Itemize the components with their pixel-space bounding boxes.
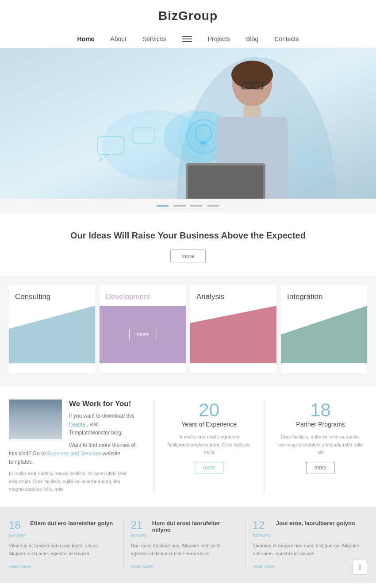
hero-dot-4[interactable] [207,205,219,207]
nav-projects[interactable]: Projects [208,35,230,42]
service-analysis-shape [190,306,276,363]
work-image [9,400,62,439]
service-analysis: Analysis [190,284,276,373]
hero-dot-2[interactable] [173,205,186,207]
service-integration-title: Integration [281,284,367,306]
blog-post-1-text: Vivamus at magna non nunc tristio oncus.… [9,542,116,557]
stat-partners-text: Cras facilisis, nulla vel viverra auctor… [278,433,363,457]
tagline-more-button[interactable]: more [170,250,206,262]
blog-post-2-read-more[interactable]: read more [131,564,153,569]
service-development: Development more [100,284,186,373]
hero-dot-3[interactable] [190,205,203,207]
service-development-more-button[interactable]: more [129,329,156,340]
blog-post-1: 18 january Etiam dui ero laoretsiter gol… [9,520,124,570]
blog-post-2-month: january [131,532,147,538]
work-text-small: In mollis erat mattisy neque facilisis. … [9,470,135,493]
blog-post-1-month: january [9,532,25,538]
blog-post-3-date: 12 february [253,520,270,538]
stat-experience-text: in mollis erat matt nequemer facilametes… [167,433,251,457]
blog-post-2-title: Hom dui erosi laorufeiter milyno [152,520,238,533]
blog-post-3-read-more[interactable]: read more [253,564,275,569]
blog-post-3-date-row: 12 february Joui eros, laorulberer golyn… [253,520,360,538]
hamburger-menu[interactable] [182,36,192,42]
blog-post-2-day-num: 21 [131,520,147,530]
stat-divider-1 [153,400,153,493]
svg-rect-26 [188,165,263,199]
service-integration: Integration [281,284,367,373]
stat-experience-label: Years of Experience [167,421,251,428]
blog-section: 18 january Etiam dui ero laoretsiter gol… [0,507,376,583]
blog-post-1-date-row: 18 january Etiam dui ero laoretsiter gol… [9,520,116,538]
blog-post-2-text: Non nunc tristique ous. Aliquam nibh ant… [131,542,238,557]
stat-partners-number: 18 [278,400,363,421]
services-section: Consulting Development more Analysis Int… [0,276,376,386]
navigation: Home About Services Projects Blog Contac… [0,30,376,48]
work-freebie-link[interactable]: freebie [69,421,85,427]
consulting-shape-fill [9,306,95,363]
nav-services[interactable]: Services [142,35,166,42]
svg-point-15 [292,137,336,181]
service-consulting-shape [9,306,95,363]
stat-divider-2 [265,400,265,493]
blog-post-1-day-num: 18 [9,520,25,530]
nav-contacts[interactable]: Contacts [274,35,299,42]
service-integration-shape [281,306,367,363]
blog-post-1-read-more[interactable]: read more [9,564,31,569]
blog-post-2: 21 january Hom dui erosi laorufeiter mil… [124,520,246,570]
nav-about[interactable]: About [110,35,127,42]
blog-post-3-day-num: 12 [253,520,270,530]
footer: f t g+ BizGroup © 2014 | Privacy Policy … [0,583,376,588]
blog-post-2-date-row: 21 january Hom dui erosi laorufeiter mil… [131,520,238,538]
hero-dots [0,199,376,213]
tagline-section: Our Ideas Will Raise Your Business Above… [0,213,376,276]
work-section: We Work for You! If you want to download… [0,386,376,507]
blog-post-3-month: february [253,532,270,538]
service-analysis-title: Analysis [190,284,276,306]
stat-experience-number: 20 [167,400,251,421]
stat-experience-more-button[interactable]: more [195,462,223,473]
integration-shape-fill [281,306,367,363]
blog-post-2-date: 21 january [131,520,147,538]
nav-home[interactable]: Home [77,35,94,42]
work-text-2: Want to find more themes of this kind? G… [9,441,135,467]
stat-partners: 18 Partner Programs Cras facilisis, null… [274,400,367,493]
work-text-prefix: If you want to download this [69,413,134,419]
hero-section [0,48,376,199]
scroll-top-button[interactable]: ⇧ [352,560,367,575]
hero-dot-1[interactable] [157,205,169,207]
header: BizGroup Home About Services Projects Bl… [0,0,376,48]
logo: BizGroup [0,9,376,23]
blog-post-3-title: Joui eros, laorulberer golyno [276,520,355,527]
tagline-text: Our Ideas Will Raise Your Business Above… [9,231,367,241]
blog-post-3-text: Vivamus at magna non nunc tristique os. … [253,542,360,557]
work-left-content: We Work for You! If you want to download… [9,400,144,493]
work-person-photo [9,400,62,439]
hero-illustration [0,48,376,199]
service-consulting: Consulting [9,284,95,373]
blog-post-1-day: 18 january [9,520,25,538]
stat-experience: 20 Years of Experience in mollis erat ma… [162,400,256,493]
stat-partners-label: Partner Programs [278,421,363,428]
service-development-title: Development [100,284,186,306]
blog-post-1-title: Etiam dui ero laoretsiter golyn [30,520,113,527]
analysis-shape-fill [190,306,276,363]
blog-post-3: 12 february Joui eros, laorulberer golyn… [246,520,367,570]
service-development-shape: more [100,306,186,363]
work-business-link[interactable]: Business and Services [47,450,101,457]
service-consulting-title: Consulting [9,284,95,306]
stat-partners-more-button[interactable]: more [306,462,335,473]
nav-blog[interactable]: Blog [246,35,258,42]
